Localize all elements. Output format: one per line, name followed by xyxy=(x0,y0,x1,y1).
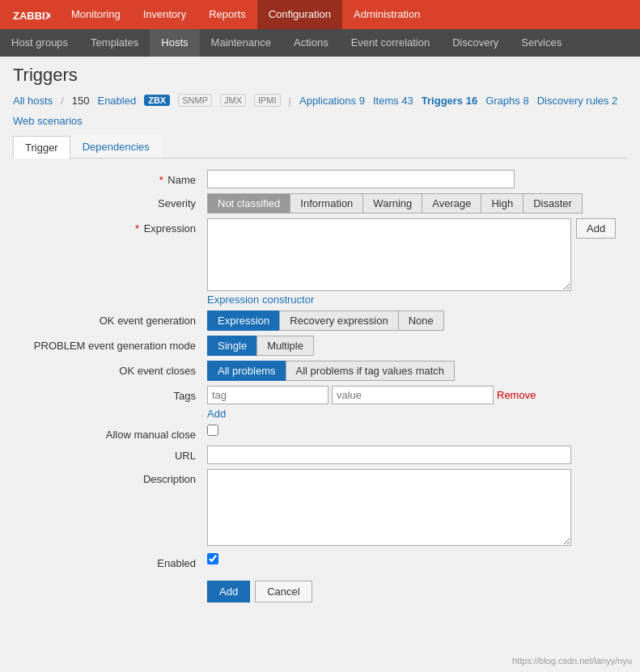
breadcrumb-strip: All hosts / 150 Enabled ZBX SNMP JMX IPM… xyxy=(13,94,627,127)
sub-nav-item-services[interactable]: Services xyxy=(510,29,573,57)
enabled-checkbox[interactable] xyxy=(207,553,218,564)
expression-add-button[interactable]: Add xyxy=(576,218,616,239)
top-nav-link-inventory[interactable]: Inventory xyxy=(132,0,197,29)
tab-dependencies[interactable]: Dependencies xyxy=(70,135,162,158)
breadcrumb-separator2: | xyxy=(289,95,291,107)
top-nav-item-monitoring[interactable]: Monitoring xyxy=(60,0,132,29)
top-nav-link-administration[interactable]: Administration xyxy=(342,0,431,29)
sub-nav-link-services[interactable]: Services xyxy=(510,29,573,57)
add-tag-link[interactable]: Add xyxy=(207,408,627,420)
tab-trigger[interactable]: Trigger xyxy=(13,136,70,158)
form-row-ok-event-generation: OK event generation Expression Recovery … xyxy=(13,311,627,331)
breadcrumb-items[interactable]: Items 43 xyxy=(373,95,413,107)
severity-not-classified[interactable]: Not classified xyxy=(207,193,290,213)
ok-event-closes-group: All problems All problems if tag values … xyxy=(207,361,627,381)
breadcrumb-enabled[interactable]: Enabled xyxy=(97,95,136,107)
allow-manual-close-checkbox[interactable] xyxy=(207,425,218,436)
severity-average[interactable]: Average xyxy=(422,193,481,213)
expression-constructor-link[interactable]: Expression constructor xyxy=(207,294,627,306)
severity-information[interactable]: Information xyxy=(290,193,362,213)
form-row-description: Description xyxy=(13,469,627,548)
ok-event-closes-tag-match[interactable]: All problems if tag values match xyxy=(286,361,456,381)
top-nav-link-configuration[interactable]: Configuration xyxy=(257,0,342,29)
ok-event-closes-label: OK event closes xyxy=(13,361,207,377)
top-nav-item-configuration[interactable]: Configuration xyxy=(257,0,342,29)
cancel-button[interactable]: Cancel xyxy=(255,581,312,602)
form-tabs: Trigger Dependencies xyxy=(13,135,627,158)
severity-group: Not classified Information Warning Avera… xyxy=(207,193,627,213)
breadcrumb-zbx-badge: ZBX xyxy=(144,95,170,106)
top-nav-link-reports[interactable]: Reports xyxy=(197,0,257,29)
problem-event-multiple[interactable]: Multiple xyxy=(256,336,314,356)
description-label: Description xyxy=(13,469,207,485)
breadcrumb-all-hosts[interactable]: All hosts xyxy=(13,95,53,107)
sub-nav-item-eventcorrelation[interactable]: Event correlation xyxy=(340,29,442,57)
severity-high[interactable]: High xyxy=(481,193,523,213)
ok-event-generation-label: OK event generation xyxy=(13,311,207,327)
breadcrumb-ipmi-badge: IPMI xyxy=(254,94,281,107)
sub-nav-item-templates[interactable]: Templates xyxy=(79,29,150,57)
sub-nav-link-discovery[interactable]: Discovery xyxy=(441,29,510,57)
breadcrumb-count: 150 xyxy=(72,95,90,107)
form-row-severity: Severity Not classified Information Warn… xyxy=(13,193,627,213)
problem-event-single[interactable]: Single xyxy=(207,336,256,356)
expression-textarea[interactable] xyxy=(207,218,571,291)
sub-nav-item-hostgroups[interactable]: Host groups xyxy=(0,29,79,57)
sub-nav-link-templates[interactable]: Templates xyxy=(79,29,150,57)
trigger-form: * Name Severity Not classified Informati… xyxy=(13,170,627,569)
expression-required-star: * xyxy=(135,222,139,235)
enabled-label: Enabled xyxy=(13,553,207,569)
breadcrumb-applications[interactable]: Applications 9 xyxy=(299,95,365,107)
top-navigation: ZABBIX Monitoring Inventory Reports Conf… xyxy=(0,0,640,29)
sub-nav-item-actions[interactable]: Actions xyxy=(282,29,340,57)
sub-navigation: Host groups Templates Hosts Maintenance … xyxy=(0,29,640,57)
form-row-name: * Name xyxy=(13,170,627,188)
ok-event-recovery-expression[interactable]: Recovery expression xyxy=(279,311,397,331)
severity-label: Severity xyxy=(13,193,207,209)
top-nav-link-monitoring[interactable]: Monitoring xyxy=(60,0,132,29)
url-label: URL xyxy=(13,446,207,462)
ok-event-expression[interactable]: Expression xyxy=(207,311,279,331)
severity-warning[interactable]: Warning xyxy=(362,193,422,213)
tag-input[interactable] xyxy=(207,386,328,404)
allow-manual-close-wrap xyxy=(207,425,627,438)
description-textarea[interactable] xyxy=(207,469,571,546)
breadcrumb-triggers[interactable]: Triggers 16 xyxy=(422,95,477,107)
form-row-expression: * Expression Add Expression constructor xyxy=(13,218,627,306)
sub-nav-item-discovery[interactable]: Discovery xyxy=(441,29,510,57)
top-nav-list: Monitoring Inventory Reports Configurati… xyxy=(60,0,431,29)
severity-control-wrap: Not classified Information Warning Avera… xyxy=(207,193,627,213)
tag-remove-link[interactable]: Remove xyxy=(497,389,536,401)
top-nav-item-inventory[interactable]: Inventory xyxy=(132,0,197,29)
form-row-enabled: Enabled xyxy=(13,553,627,569)
breadcrumb-graphs[interactable]: Graphs 8 xyxy=(485,95,528,107)
problem-event-mode-group: Single Multiple xyxy=(207,336,627,356)
ok-event-generation-wrap: Expression Recovery expression None xyxy=(207,311,627,331)
sub-nav-link-eventcorrelation[interactable]: Event correlation xyxy=(340,29,442,57)
form-row-tags: Tags Remove Add xyxy=(13,386,627,420)
url-input[interactable] xyxy=(207,446,571,464)
sub-nav-item-hosts[interactable]: Hosts xyxy=(150,29,199,57)
breadcrumb-discovery-rules[interactable]: Discovery rules 2 xyxy=(537,95,618,107)
form-row-url: URL xyxy=(13,446,627,464)
breadcrumb-separator: / xyxy=(61,95,64,107)
ok-event-closes-all-problems[interactable]: All problems xyxy=(207,361,286,381)
top-nav-item-administration[interactable]: Administration xyxy=(342,0,431,29)
severity-disaster[interactable]: Disaster xyxy=(523,193,583,213)
ok-event-none[interactable]: None xyxy=(398,311,444,331)
sub-nav-item-maintenance[interactable]: Maintenance xyxy=(200,29,282,57)
sub-nav-list: Host groups Templates Hosts Maintenance … xyxy=(0,29,573,57)
logo: ZABBIX xyxy=(0,3,60,26)
problem-event-mode-label: PROBLEM event generation mode xyxy=(13,336,207,352)
sub-nav-link-hostgroups[interactable]: Host groups xyxy=(0,29,79,57)
name-control-wrap xyxy=(207,170,627,188)
name-input[interactable] xyxy=(207,170,515,188)
sub-nav-link-hosts[interactable]: Hosts xyxy=(150,29,199,57)
breadcrumb-web-scenarios[interactable]: Web scenarios xyxy=(13,115,83,127)
submit-button[interactable]: Add xyxy=(207,581,250,602)
sub-nav-link-actions[interactable]: Actions xyxy=(282,29,340,57)
tag-value-input[interactable] xyxy=(332,386,494,404)
page-title: Triggers xyxy=(13,65,627,86)
sub-nav-link-maintenance[interactable]: Maintenance xyxy=(200,29,282,57)
top-nav-item-reports[interactable]: Reports xyxy=(197,0,257,29)
